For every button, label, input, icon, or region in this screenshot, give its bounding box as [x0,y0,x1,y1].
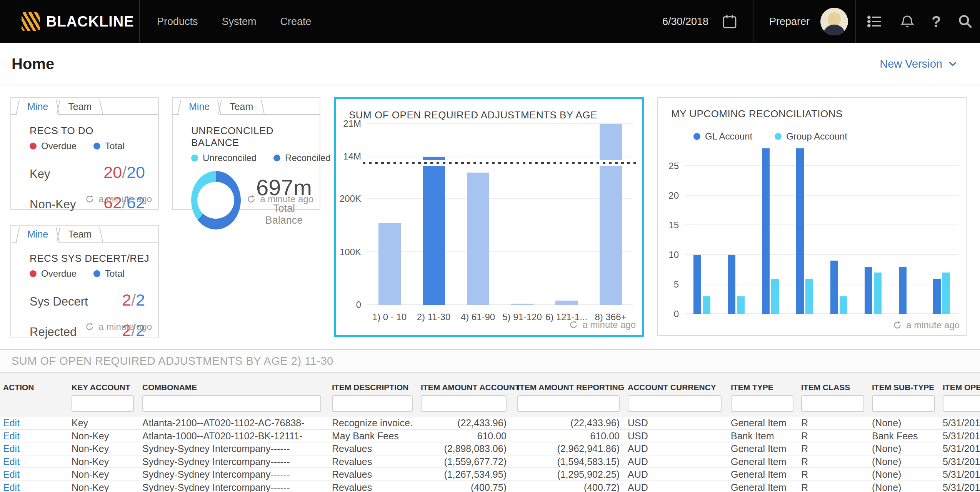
tab-team[interactable]: Team [220,98,263,114]
column-header-item-class: ITEM CLASS [801,383,850,392]
bar-gl-account[interactable] [830,261,838,314]
edit-link[interactable]: Edit [3,468,68,480]
filter-input-item-class[interactable] [801,395,864,412]
gridline [367,198,633,199]
refresh-status[interactable]: a minute ago [892,320,960,331]
column-header-comboname: COMBONAME [142,383,197,392]
edit-link[interactable]: Edit [3,481,68,492]
filter-input-key-account[interactable] [72,395,134,412]
chart-adjustments-by-age[interactable]: SUM OF OPEN REQUIRED ADJUSTMENTS BY AGE … [334,97,644,337]
gridline [685,284,958,284]
navbar-divider [855,0,856,43]
bar-gl-account[interactable] [762,148,770,314]
cell-item-amount-reporting: (2,962,941.86) [517,442,620,455]
bar-gl-account[interactable] [933,279,941,314]
stat-value: 20/20 [103,163,145,182]
cell-item-type: General Item [731,468,793,480]
bar-group-account[interactable] [703,296,710,314]
refresh-status[interactable]: a minute ago [85,194,152,204]
table-row[interactable]: EditNon-KeyAtlanta-1000--AT020-1102-BK-1… [0,430,980,443]
bar-gl-account[interactable] [693,255,701,314]
refresh-status[interactable]: a minute ago [246,194,313,204]
bar-group-7 [899,267,916,314]
period-date-picker[interactable]: 6/30/2018 [662,0,738,43]
legend-dot [93,143,100,150]
bar-group-account[interactable] [737,296,745,314]
navbar-divider [139,0,140,43]
filter-input-item-description[interactable] [332,395,413,412]
bar-group-account[interactable] [874,273,882,314]
tab-mine[interactable]: Mine [179,98,220,115]
cell-item-type: General Item [731,481,793,492]
bar-group-account[interactable] [771,279,779,314]
edit-link[interactable]: Edit [3,430,68,442]
refresh-icon [246,194,256,204]
gridline [685,254,958,255]
bar-group-account[interactable] [942,273,950,314]
new-version-link[interactable]: New Version [880,58,958,70]
bar-6-121-1-[interactable] [555,301,578,305]
task-list-icon[interactable] [866,13,883,30]
tab-team[interactable]: Team [58,226,102,242]
menu-item-create[interactable]: Create [280,16,312,28]
filter-input-item-amount-account[interactable] [421,395,507,412]
notifications-bell-icon[interactable] [899,13,915,30]
bar-gl-account[interactable] [865,267,872,314]
menu-item-system[interactable]: System [222,16,257,28]
legend-label: Total [105,268,125,279]
bar-group-account[interactable] [805,279,813,314]
blackline-logo[interactable]: BLACKLINE [22,0,134,43]
tab-mine[interactable]: Mine [17,98,58,115]
filter-input-item-sub-type[interactable] [872,395,935,412]
filter-input-item-open-date[interactable] [943,395,980,412]
dashboard: MineTeam RECS TO DO OverdueTotal Key20/2… [0,85,980,349]
widget-title: UNRECONCILED BALANCE [191,125,312,149]
cell-account-currency: AUD [628,481,722,492]
edit-link[interactable]: Edit [3,442,68,455]
bar-gl-account[interactable] [899,267,907,314]
bar-4-61-90[interactable] [467,173,489,305]
refresh-status[interactable]: a minute ago [85,321,152,332]
search-icon[interactable] [957,13,974,30]
cell-item-open-date: 5/31/2018 [943,417,980,429]
unreconciled-donut-chart[interactable] [191,171,241,229]
edit-link[interactable]: Edit [3,417,68,429]
bar-group-5 [830,261,847,314]
calendar-icon[interactable] [722,13,738,30]
bar-2-11-30[interactable] [423,166,445,305]
refresh-status[interactable]: a minute ago [568,319,636,330]
bar-5-91-120[interactable] [511,304,533,305]
bar-gl-account[interactable] [728,255,735,314]
user-role-menu[interactable]: Preparer [769,0,848,43]
table-row[interactable]: EditNon-KeySydney-Sydney Intercompany---… [0,455,980,469]
cell-key-account: Non-Key [72,442,134,455]
table-row[interactable]: EditKeyAtlanta-2100--AT020-1102-AC-76838… [0,417,980,430]
table-body: EditKeyAtlanta-2100--AT020-1102-AC-76838… [0,417,980,492]
filter-input-item-amount-reporting[interactable] [517,395,620,412]
user-avatar[interactable] [820,8,848,35]
cell-account-currency: AUD [628,455,722,468]
table-row[interactable]: EditNon-KeySydney-Sydney Intercompany---… [0,442,980,455]
filter-input-item-type[interactable] [731,395,793,412]
gridline [685,165,958,166]
table-row[interactable]: EditNon-KeySydney-Sydney Intercompany---… [0,481,980,492]
help-icon[interactable]: ? [932,13,941,30]
bar-group-account[interactable] [840,296,847,314]
edit-link[interactable]: Edit [3,455,68,468]
bar-2-11-30[interactable] [423,157,445,160]
bar-8-366-[interactable] [600,166,622,305]
bar-8-366-[interactable] [600,124,622,160]
tab-mine[interactable]: Mine [17,226,58,243]
table-row[interactable]: EditNon-KeySydney-Sydney Intercompany---… [0,468,980,481]
stat-label: Sys Decert [30,295,88,309]
bar-1-0-10[interactable] [378,223,401,305]
cell-key-account: Non-Key [72,468,134,480]
legend-item: Total [93,141,125,151]
bar-gl-account[interactable] [796,148,804,314]
tab-team[interactable]: Team [58,98,102,114]
filter-input-comboname[interactable] [142,395,321,412]
cell-account-currency: AUD [628,468,722,480]
filter-input-account-currency[interactable] [628,395,722,412]
column-header-item-amount-reporting: ITEM AMOUNT REPORTING [517,383,624,392]
menu-item-products[interactable]: Products [157,16,198,28]
